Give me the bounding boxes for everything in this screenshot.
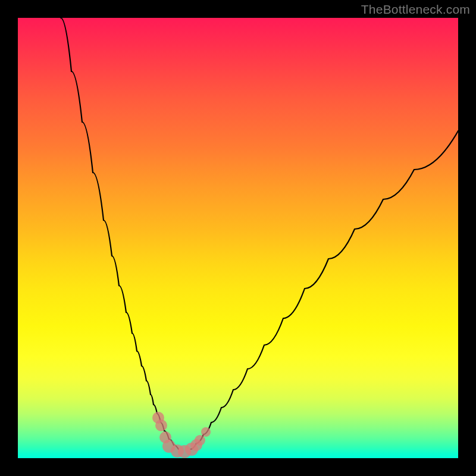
trough-marker — [201, 427, 211, 437]
trough-marker — [155, 419, 167, 431]
trough-marker — [195, 435, 205, 446]
curves-layer — [18, 18, 458, 458]
right-curve — [190, 131, 458, 449]
watermark-text: TheBottleneck.com — [361, 2, 470, 17]
left-curve — [61, 18, 178, 449]
outer-frame: TheBottleneck.com — [0, 0, 476, 476]
trough-markers — [152, 412, 211, 458]
plot-area — [18, 18, 458, 458]
